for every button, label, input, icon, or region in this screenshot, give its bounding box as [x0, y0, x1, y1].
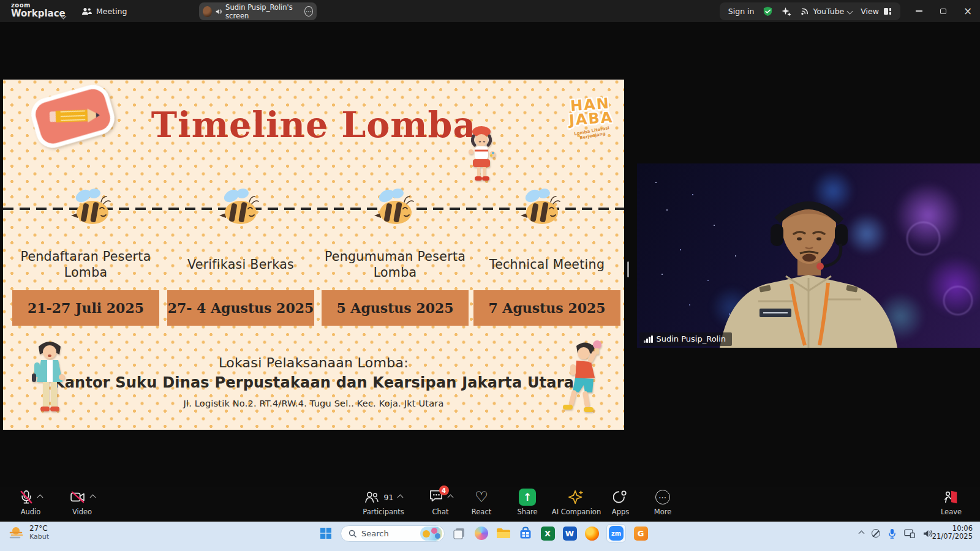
milestone-label: Verifikasi Berkas: [167, 246, 314, 284]
bokeh-ring: [943, 286, 973, 315]
search-icon: [349, 530, 356, 538]
milestone-date: 21-27 Juli 2025: [12, 290, 159, 326]
milestone-label: Pendaftaran Peserta Lomba: [12, 246, 159, 284]
word-icon: W: [563, 527, 577, 541]
slide-title: Timeline Lomba: [3, 104, 624, 145]
audio-chevron-up-icon[interactable]: [37, 494, 43, 500]
word-button[interactable]: W: [562, 526, 577, 541]
system-tray: [859, 524, 933, 542]
more-button[interactable]: ⋯ More: [644, 489, 681, 516]
brand-chevron-down-icon[interactable]: [61, 9, 66, 21]
participants-icon: [364, 491, 379, 503]
panel-resize-handle[interactable]: [627, 261, 629, 277]
taskbar-search[interactable]: Search: [341, 525, 445, 542]
file-explorer-button[interactable]: [496, 526, 511, 541]
window-titlebar: zoom Workplace Meeting Sudin Pusip_Rolin…: [0, 0, 980, 22]
milestone-date: 7 Agustus 2025: [473, 290, 620, 326]
copilot-icon: [475, 527, 488, 540]
store-icon: [519, 527, 532, 540]
apps-button[interactable]: Apps: [602, 489, 639, 516]
tray-chevron-up-icon[interactable]: [859, 530, 865, 536]
meeting-tab-label: Meeting: [96, 7, 127, 16]
live-stream-icon: [800, 7, 809, 16]
participants-label: Participants: [363, 508, 404, 516]
leave-door-icon: [943, 490, 959, 504]
youtube-live-button[interactable]: YouTube: [800, 7, 852, 16]
share-button[interactable]: ↑ Share: [509, 489, 546, 516]
firefox-button[interactable]: [584, 526, 599, 541]
shared-screen-slide: Timeline Lomba HAN JABA Lomba Literasi B…: [3, 80, 624, 430]
download-manager-icon: G: [634, 527, 648, 541]
girl-illustration: [462, 124, 500, 185]
tray-microphone-icon[interactable]: [888, 528, 896, 539]
excel-button[interactable]: X: [540, 526, 555, 541]
react-label: React: [472, 508, 491, 516]
bee-icon: [519, 188, 563, 226]
security-shield-icon[interactable]: [763, 6, 773, 17]
task-view-button[interactable]: [452, 526, 467, 541]
zoom-meeting-window: zoom Workplace Meeting Sudin Pusip_Rolin…: [0, 0, 980, 551]
video-button[interactable]: Video: [59, 489, 105, 516]
share-label: Share: [517, 508, 537, 516]
chat-unread-badge: 4: [439, 485, 449, 495]
bee-icon: [217, 188, 262, 226]
download-manager-button[interactable]: G: [633, 526, 648, 541]
ai-companion-button[interactable]: AI Companion: [546, 489, 607, 516]
minimize-button[interactable]: [907, 0, 931, 22]
mic-muted-icon: [20, 490, 33, 504]
participants-chevron-up-icon[interactable]: [398, 494, 404, 500]
milestone-label: Pengumuman Peserta Lomba: [322, 246, 469, 284]
view-button[interactable]: View: [861, 7, 892, 16]
hanjaba-logo: HAN JABA Lomba Literasi Berjenjang: [562, 96, 620, 140]
participant-name: Sudin Pusip_Rolin: [657, 334, 726, 343]
boy-microphone-illustration: [26, 337, 73, 424]
weather-widget[interactable]: 27°C Kabut: [9, 524, 49, 541]
video-label: Video: [72, 508, 92, 516]
taskbar-app-icons: Search: [318, 524, 648, 542]
zoom-app-icon: zm: [609, 526, 624, 541]
chat-chevron-up-icon[interactable]: [447, 494, 453, 500]
leave-button[interactable]: Leave: [933, 489, 970, 516]
more-label: More: [654, 508, 672, 516]
taskbar-clock[interactable]: 10:06 21/07/2025: [932, 525, 973, 541]
close-button[interactable]: ×: [956, 0, 980, 22]
firefox-icon: [585, 527, 599, 541]
audio-signal-icon: [644, 335, 653, 343]
brand-workplace: Workplace: [11, 9, 66, 18]
cast-screen-icon[interactable]: [904, 529, 915, 538]
view-label: View: [861, 7, 879, 16]
participants-button[interactable]: 91 Participants: [354, 489, 413, 516]
background-stars: [655, 182, 657, 183]
windows-start-icon: [320, 527, 332, 539]
chat-button[interactable]: 4 Chat: [418, 489, 462, 516]
titlebar-right-group: Sign in YouTube View: [720, 2, 900, 20]
microsoft-store-button[interactable]: [518, 526, 533, 541]
audio-button[interactable]: Audio: [7, 489, 54, 516]
participant-person: [686, 170, 931, 348]
react-button[interactable]: ♡ React: [463, 489, 500, 516]
view-layout-icon: [883, 7, 892, 15]
participants-count: 91: [384, 493, 394, 502]
copilot-button[interactable]: [474, 526, 489, 541]
search-highlight-image[interactable]: [420, 527, 442, 541]
tab-meeting[interactable]: Meeting: [81, 0, 127, 22]
zoom-workplace-logo: zoom Workplace: [11, 2, 66, 18]
audio-label: Audio: [21, 508, 41, 516]
participant-video-tile[interactable]: Sudin Pusip_Rolin: [637, 163, 980, 348]
milestone-label: Technical Meeting: [473, 246, 620, 284]
weather-condition: Kabut: [29, 533, 49, 541]
sparkle-ai-icon[interactable]: [782, 7, 791, 17]
share-tab-options-icon[interactable]: ⋯: [304, 6, 313, 17]
tab-shared-screen[interactable]: Sudin Pusip_Rolin's screen ⋯: [199, 2, 317, 20]
zoom-app-button[interactable]: zm: [606, 524, 626, 542]
maximize-button[interactable]: [931, 0, 956, 22]
weather-temperature: 27°C: [29, 524, 49, 533]
video-chevron-up-icon[interactable]: [89, 494, 96, 500]
do-not-disturb-icon[interactable]: [872, 529, 880, 538]
sign-in-button[interactable]: Sign in: [728, 7, 755, 16]
boy-icecream-illustration: [552, 340, 609, 422]
clock-date: 21/07/2025: [932, 533, 973, 541]
start-button[interactable]: [318, 526, 333, 541]
ai-companion-sparkle-icon: [568, 489, 584, 505]
apps-icon: [613, 490, 628, 504]
